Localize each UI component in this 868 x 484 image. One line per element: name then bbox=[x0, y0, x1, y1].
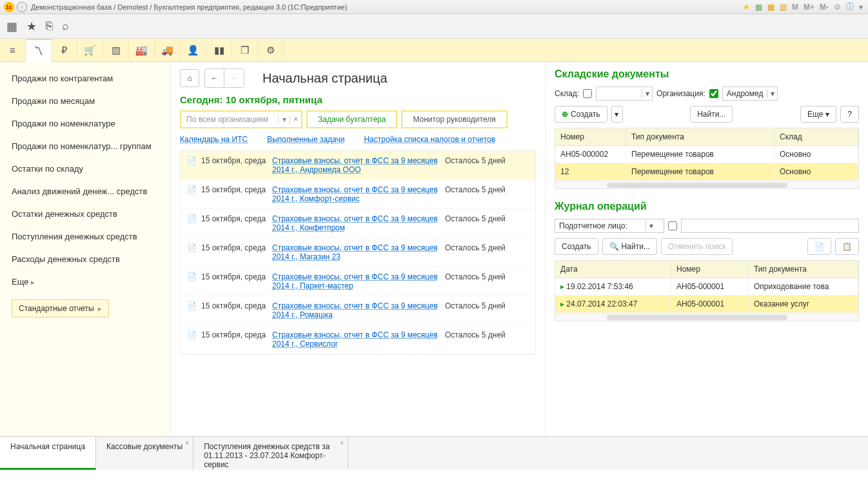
calc-icon[interactable]: ▦ bbox=[754, 3, 764, 12]
col-date[interactable]: Дата bbox=[555, 261, 671, 277]
h-scrollbar[interactable] bbox=[555, 313, 858, 321]
org-dropdown-icon[interactable]: ▾ bbox=[278, 115, 290, 124]
table-row[interactable]: АН05-000002Перемещение товаровОсновно bbox=[555, 146, 858, 163]
search-icon[interactable]: ⌕ bbox=[62, 19, 69, 33]
tab-accountant-tasks[interactable]: Задачи бухгалтера bbox=[306, 110, 397, 128]
task-row[interactable]: 📄15 октября, средаСтраховые взносы, отче… bbox=[181, 180, 535, 209]
more-button[interactable]: Еще ▾ bbox=[800, 106, 836, 123]
sidebar-item[interactable]: Продажи по контрагентам bbox=[0, 67, 170, 90]
sidebar-item[interactable]: Анализ движений денеж... средств bbox=[0, 180, 170, 203]
standard-reports-button[interactable]: Стандартные отчеты▸ bbox=[12, 299, 109, 318]
col-number[interactable]: Номер bbox=[555, 128, 626, 145]
task-desc[interactable]: Страховые взносы, отчет в ФСС за 9 месяц… bbox=[272, 214, 445, 232]
warehouse-table: Номер Тип документа Склад АН05-000002Пер… bbox=[555, 128, 859, 189]
create-button[interactable]: ⊕Создать bbox=[555, 106, 607, 123]
col-warehouse[interactable]: Склад bbox=[774, 128, 858, 145]
task-row[interactable]: 📄15 октября, средаСтраховые взносы, отче… bbox=[181, 296, 535, 325]
org-label: Организация: bbox=[656, 89, 705, 98]
org-selector[interactable]: По всем организациям ▾ × bbox=[180, 110, 302, 128]
col-doctype[interactable]: Тип документа bbox=[626, 128, 774, 145]
apps-grid-icon[interactable]: ▦ bbox=[6, 19, 17, 34]
section-barchart-icon[interactable]: ▮▮ bbox=[206, 39, 232, 62]
task-row[interactable]: 📄15 октября, средаСтраховые взносы, отче… bbox=[181, 238, 535, 267]
task-row[interactable]: 📄15 октября, средаСтраховые взносы, отче… bbox=[181, 151, 535, 180]
nav-back-button[interactable]: ← bbox=[205, 69, 224, 87]
section-ruble-icon[interactable]: ₽ bbox=[52, 39, 77, 62]
section-cart-icon[interactable]: 🛒 bbox=[77, 39, 103, 62]
org-select[interactable]: Андромед▾ bbox=[722, 86, 778, 101]
person-value-select[interactable] bbox=[681, 219, 859, 233]
h-scrollbar[interactable] bbox=[555, 181, 858, 188]
link-tax-settings[interactable]: Настройка списка налогов и отчетов bbox=[364, 135, 495, 144]
sidebar-item[interactable]: Продажи по месяцам bbox=[0, 90, 170, 112]
star-icon[interactable]: ★ bbox=[26, 19, 37, 34]
section-chart-icon[interactable]: 〽 bbox=[26, 39, 52, 62]
sidebar-item[interactable]: Остатки денежных средств bbox=[0, 203, 170, 225]
back-circle-icon[interactable]: ‹ bbox=[17, 2, 27, 12]
nav-forward-button[interactable]: → bbox=[224, 69, 244, 87]
section-menu-icon[interactable]: ≡ bbox=[0, 39, 26, 62]
journal-create-button[interactable]: Создать bbox=[555, 238, 598, 255]
warehouse-checkbox[interactable] bbox=[583, 89, 592, 98]
dropdown-icon[interactable]: ▾ bbox=[858, 3, 864, 12]
section-docs-icon[interactable]: ❐ bbox=[232, 39, 258, 62]
section-blocks-icon[interactable]: ▧ bbox=[103, 39, 129, 62]
task-row[interactable]: 📄15 октября, средаСтраховые взносы, отче… bbox=[181, 325, 535, 354]
info-icon[interactable]: ⓘ bbox=[845, 1, 855, 12]
journal-find-button[interactable]: 🔍 Найти... bbox=[602, 238, 657, 255]
sidebar-item[interactable]: Остатки по складу bbox=[0, 157, 170, 180]
task-desc[interactable]: Страховые взносы, отчет в ФСС за 9 месяц… bbox=[272, 156, 445, 174]
task-desc[interactable]: Страховые взносы, отчет в ФСС за 9 месяц… bbox=[272, 330, 445, 348]
journal-refresh-icon[interactable]: 📋 bbox=[835, 238, 859, 255]
person-checkbox[interactable] bbox=[668, 221, 677, 230]
memory-mminus-icon[interactable]: M- bbox=[818, 3, 830, 12]
section-truck-icon[interactable]: 🚚 bbox=[155, 39, 181, 62]
col-number[interactable]: Номер bbox=[671, 261, 749, 277]
today-label: Сегодня: 10 октября, пятница bbox=[180, 94, 536, 105]
sidebar-item[interactable]: Расходы денежных средств bbox=[0, 248, 170, 270]
close-icon[interactable]: × bbox=[185, 439, 189, 447]
grid-icon[interactable]: ▤ bbox=[778, 3, 788, 12]
sidebar-item[interactable]: Продажи по номенклатуре bbox=[0, 112, 170, 135]
section-gear-icon[interactable]: ⚙ bbox=[258, 39, 284, 62]
link-its-calendar[interactable]: Календарь на ИТС bbox=[180, 135, 248, 144]
close-icon[interactable]: × bbox=[340, 439, 344, 447]
sections-bar: ≡ 〽 ₽ 🛒 ▧ 🏭 🚚 👤 ▮▮ ❐ ⚙ bbox=[0, 39, 868, 62]
sidebar-more[interactable]: Еще ▸ bbox=[0, 270, 170, 293]
task-desc[interactable]: Страховые взносы, отчет в ФСС за 9 месяц… bbox=[272, 243, 445, 261]
tab-manager-monitor[interactable]: Монитор руководителя bbox=[401, 110, 507, 128]
tools-icon[interactable]: ⚙ bbox=[833, 3, 842, 12]
sidebar-item[interactable]: Продажи по номенклатур... группам bbox=[0, 135, 170, 157]
task-row[interactable]: 📄15 октября, средаСтраховые взносы, отче… bbox=[181, 267, 535, 296]
memory-mplus-icon[interactable]: M+ bbox=[802, 3, 816, 12]
task-desc[interactable]: Страховые взносы, отчет в ФСС за 9 месяц… bbox=[272, 185, 445, 203]
task-row[interactable]: 📄15 октября, средаСтраховые взносы, отче… bbox=[181, 209, 535, 238]
task-desc[interactable]: Страховые взносы, отчет в ФСС за 9 месяц… bbox=[272, 272, 445, 290]
warehouse-select[interactable]: ▾ bbox=[596, 86, 653, 101]
col-doctype[interactable]: Тип документа bbox=[749, 261, 858, 277]
task-remain: Осталось 5 дней bbox=[445, 156, 529, 174]
find-button[interactable]: Найти... bbox=[690, 106, 733, 123]
table-row[interactable]: ▸ 19.02.2014 7:53:46АН05-000001Оприходов… bbox=[555, 278, 858, 296]
section-person-icon[interactable]: 👤 bbox=[181, 39, 206, 62]
create-dropdown[interactable]: ▾ bbox=[611, 106, 623, 123]
person-select[interactable]: Подотчетное лицо:▾ bbox=[555, 219, 664, 233]
help-button[interactable]: ? bbox=[840, 106, 859, 123]
link-done-tasks[interactable]: Выполненные задачи bbox=[267, 135, 344, 144]
bottom-tab[interactable]: ×Кассовые документы bbox=[96, 437, 193, 470]
org-clear-icon[interactable]: × bbox=[290, 115, 301, 124]
task-desc[interactable]: Страховые взносы, отчет в ФСС за 9 месяц… bbox=[272, 301, 445, 319]
bottom-tab[interactable]: ×Поступления денежных средств за 01.11.2… bbox=[193, 437, 348, 470]
table-row[interactable]: 12Перемещение товаровОсновно bbox=[555, 163, 858, 181]
memory-m-icon[interactable]: M bbox=[791, 3, 800, 12]
home-button[interactable]: ⌂ bbox=[180, 69, 199, 87]
org-checkbox[interactable] bbox=[709, 89, 718, 98]
section-factory-icon[interactable]: 🏭 bbox=[129, 39, 155, 62]
calendar-icon[interactable]: ▦ bbox=[766, 3, 776, 12]
favorite-star-icon[interactable]: ★ bbox=[742, 3, 751, 12]
table-row[interactable]: ▸ 24.07.2014 22:03:47АН05-000001Оказание… bbox=[555, 296, 858, 313]
bottom-tab[interactable]: Начальная страница bbox=[0, 437, 96, 470]
journal-export-icon[interactable]: 📄 bbox=[807, 238, 831, 255]
sidebar-item[interactable]: Поступления денежных средств bbox=[0, 225, 170, 248]
clipboard-icon[interactable]: ⎘ bbox=[46, 19, 53, 33]
